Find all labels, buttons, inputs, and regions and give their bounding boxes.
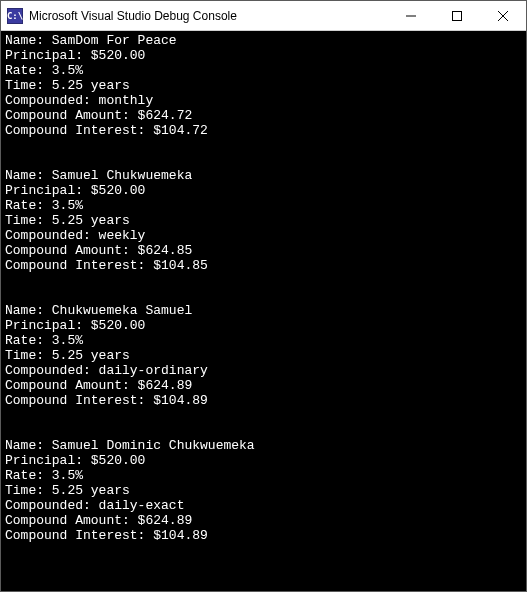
titlebar[interactable]: C:\ Microsoft Visual Studio Debug Consol… — [1, 1, 526, 31]
compound-interest-line: Compound Interest: $104.89 — [5, 528, 522, 543]
minimize-button[interactable] — [388, 1, 434, 30]
principal-line: Principal: $520.00 — [5, 48, 522, 63]
compound-amount-line: Compound Amount: $624.85 — [5, 243, 522, 258]
svg-rect-1 — [453, 11, 462, 20]
close-icon — [498, 11, 508, 21]
rate-line: Rate: 3.5% — [5, 333, 522, 348]
compound-interest-line: Compound Interest: $104.72 — [5, 123, 522, 138]
close-button[interactable] — [480, 1, 526, 30]
name-line: Name: Chukwuemeka Samuel — [5, 303, 522, 318]
name-line: Name: SamDom For Peace — [5, 33, 522, 48]
window-buttons — [388, 1, 526, 30]
name-line: Name: Samuel Dominic Chukwuemeka — [5, 438, 522, 453]
output-block: Name: SamDom For PeacePrincipal: $520.00… — [5, 33, 522, 138]
output-block: Name: Chukwuemeka SamuelPrincipal: $520.… — [5, 303, 522, 408]
app-icon-text: C:\ — [7, 11, 23, 21]
compound-amount-line: Compound Amount: $624.72 — [5, 108, 522, 123]
maximize-button[interactable] — [434, 1, 480, 30]
principal-line: Principal: $520.00 — [5, 183, 522, 198]
rate-line: Rate: 3.5% — [5, 63, 522, 78]
time-line: Time: 5.25 years — [5, 348, 522, 363]
rate-line: Rate: 3.5% — [5, 468, 522, 483]
compounded-line: Compounded: daily-exact — [5, 498, 522, 513]
output-block: Name: Samuel Dominic ChukwuemekaPrincipa… — [5, 438, 522, 543]
compounded-line: Compounded: daily-ordinary — [5, 363, 522, 378]
time-line: Time: 5.25 years — [5, 213, 522, 228]
compound-amount-line: Compound Amount: $624.89 — [5, 378, 522, 393]
name-line: Name: Samuel Chukwuemeka — [5, 168, 522, 183]
rate-line: Rate: 3.5% — [5, 198, 522, 213]
time-line: Time: 5.25 years — [5, 483, 522, 498]
console-output[interactable]: Name: SamDom For PeacePrincipal: $520.00… — [1, 31, 526, 591]
window-title: Microsoft Visual Studio Debug Console — [29, 9, 388, 23]
principal-line: Principal: $520.00 — [5, 453, 522, 468]
minimize-icon — [406, 11, 416, 21]
output-block: Name: Samuel ChukwuemekaPrincipal: $520.… — [5, 168, 522, 273]
compounded-line: Compounded: weekly — [5, 228, 522, 243]
compounded-line: Compounded: monthly — [5, 93, 522, 108]
maximize-icon — [452, 11, 462, 21]
compound-interest-line: Compound Interest: $104.85 — [5, 258, 522, 273]
time-line: Time: 5.25 years — [5, 78, 522, 93]
compound-interest-line: Compound Interest: $104.89 — [5, 393, 522, 408]
app-icon: C:\ — [7, 8, 23, 24]
console-window: C:\ Microsoft Visual Studio Debug Consol… — [0, 0, 527, 592]
compound-amount-line: Compound Amount: $624.89 — [5, 513, 522, 528]
principal-line: Principal: $520.00 — [5, 318, 522, 333]
